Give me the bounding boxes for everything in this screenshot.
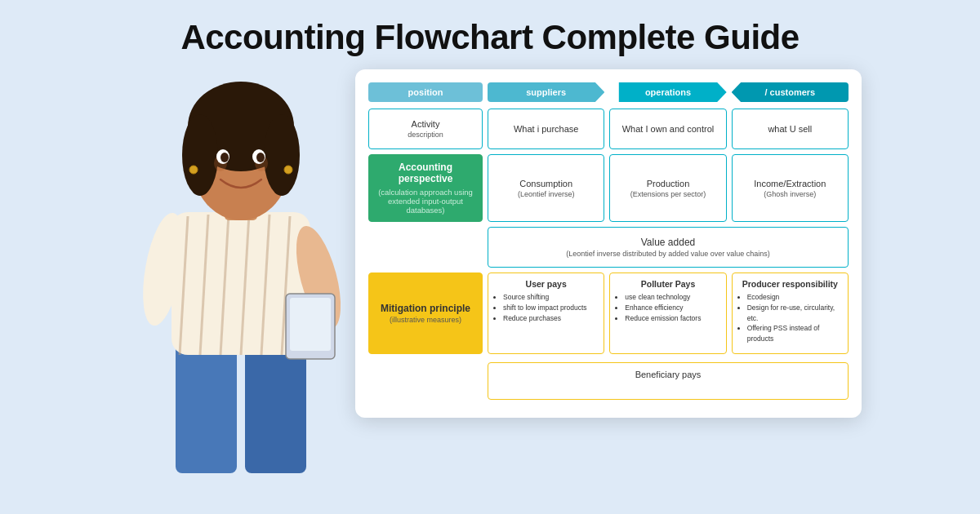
flowchart-header: position suppliers operations / customer… xyxy=(368,82,849,102)
svg-point-17 xyxy=(264,114,300,196)
cell-beneficiary-pays: Beneficiary pays xyxy=(488,362,849,400)
person-image xyxy=(118,65,380,473)
cell-producer-responsibility: Producer responsibility Ecodesign Design… xyxy=(732,273,849,354)
cell-accounting-perspective: Accounting perspective (calculation appr… xyxy=(368,154,483,222)
cell-activity-desc: Activity description xyxy=(368,109,483,149)
cell-what-u-sell: what U sell xyxy=(732,109,849,149)
cell-polluter-pays: Polluter Pays use clean technology Enhan… xyxy=(609,273,726,354)
header-position: position xyxy=(368,82,483,102)
cell-value-added: Value added (Leontief inverse distribute… xyxy=(488,227,849,268)
cell-empty-bp xyxy=(368,359,483,400)
cell-income-extraction: Income/Extraction (Ghosh inverse) xyxy=(732,154,849,222)
svg-rect-12 xyxy=(290,298,331,351)
cell-own-control: What I own and control xyxy=(609,109,726,149)
cell-empty-va xyxy=(368,227,483,268)
svg-point-16 xyxy=(182,114,218,196)
svg-point-24 xyxy=(189,166,198,174)
header-operations: operations xyxy=(609,82,726,102)
row-beneficiary: Beneficiary pays xyxy=(368,359,849,400)
row-mitigation: Mitigation principle (illustrative measu… xyxy=(368,273,849,354)
header-customers: / customers xyxy=(732,82,849,102)
svg-point-25 xyxy=(284,166,292,174)
row-value-added: Value added (Leontief inverse distribute… xyxy=(368,227,849,268)
cell-user-pays: User pays Source shifting shift to low i… xyxy=(488,273,604,354)
cell-mitigation-principle: Mitigation principle (illustrative measu… xyxy=(368,273,483,354)
cell-consumption: Consumption (Leontief inverse) xyxy=(488,154,604,222)
svg-point-22 xyxy=(220,153,229,162)
row-activity: Activity description What i purchase Wha… xyxy=(368,109,849,149)
svg-rect-0 xyxy=(176,343,237,473)
header-suppliers: suppliers xyxy=(488,82,604,102)
flowchart-panel: position suppliers operations / customer… xyxy=(355,69,862,418)
svg-point-23 xyxy=(256,153,265,162)
page-title: Accounting Flowchart Complete Guide xyxy=(0,0,980,65)
cell-purchase: What i purchase xyxy=(488,109,604,149)
svg-rect-1 xyxy=(245,343,306,473)
cell-production: Production (Extensions per sector) xyxy=(609,154,726,222)
row-accounting: Accounting perspective (calculation appr… xyxy=(368,154,849,222)
